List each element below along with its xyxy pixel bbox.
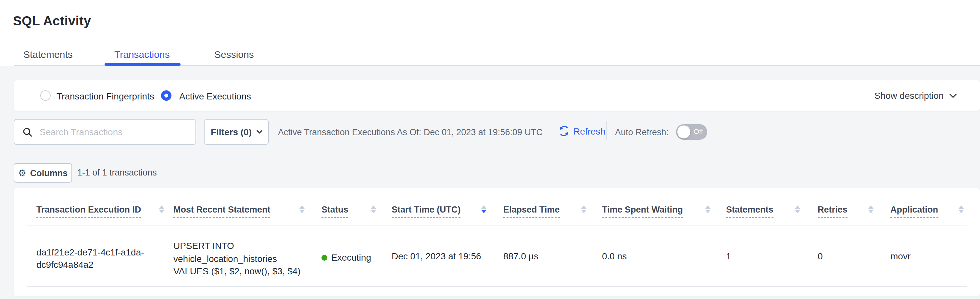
- sort-icon-most-recent-statement[interactable]: [299, 205, 305, 213]
- filters-button[interactable]: Filters (0): [204, 119, 269, 145]
- toggle-state-label: Off: [694, 127, 703, 135]
- col-header-time-spent-waiting[interactable]: Time Spent Waiting: [602, 205, 683, 218]
- refresh-label: Refresh: [573, 126, 605, 136]
- col-header-most-recent-statement[interactable]: Most Recent Statement: [173, 205, 270, 218]
- radio-active-executions[interactable]: [161, 90, 172, 101]
- status-executing-icon: [321, 254, 327, 260]
- chevron-down-icon: [256, 130, 262, 134]
- cell-transaction-execution-id[interactable]: da1f21e2-de71-4c1f-a1da-dc9fc94a84a2: [37, 246, 166, 271]
- show-description-label: Show description: [875, 90, 943, 101]
- result-count: 1-1 of 1 transactions: [77, 168, 157, 177]
- tab-statements[interactable]: Statements: [23, 49, 73, 60]
- cell-application: movr: [890, 251, 910, 261]
- header-bottom-border: [27, 225, 967, 226]
- chevron-down-icon: [950, 93, 957, 98]
- view-toggle-card: Transaction Fingerprints Active Executio…: [14, 80, 980, 111]
- toggle-knob: [677, 125, 690, 138]
- sort-icon-start-time[interactable]: [480, 205, 487, 213]
- filters-label: Filters (0): [211, 127, 251, 137]
- sql-activity-page: SQL Activity Statements Transactions Ses…: [0, 0, 980, 299]
- sort-icon-time-spent-waiting[interactable]: [705, 205, 711, 213]
- active-tab-underline: [105, 63, 181, 66]
- refresh-button[interactable]: Refresh: [558, 125, 605, 136]
- sort-icon-statements[interactable]: [794, 205, 800, 213]
- sort-icon-retries[interactable]: [868, 205, 873, 213]
- cell-elapsed-time: 887.0 µs: [503, 251, 538, 261]
- radio-label-active-executions[interactable]: Active Executions: [179, 91, 251, 101]
- row-bottom-border: [27, 286, 967, 287]
- refresh-icon: [558, 125, 570, 136]
- cell-retries: 0: [818, 251, 823, 261]
- search-box[interactable]: [14, 119, 196, 145]
- toolbar-divider: [606, 121, 606, 141]
- gear-icon: ⚙: [18, 168, 26, 177]
- status-label: Executing: [331, 252, 371, 262]
- radio-label-transaction-fingerprints[interactable]: Transaction Fingerprints: [57, 91, 154, 101]
- search-input[interactable]: [38, 126, 196, 138]
- search-icon: [23, 127, 32, 137]
- transactions-table-card: [14, 188, 980, 296]
- auto-refresh-toggle[interactable]: Off: [676, 124, 707, 140]
- columns-button[interactable]: ⚙ Columns: [14, 163, 72, 183]
- col-header-start-time[interactable]: Start Time (UTC): [391, 205, 461, 218]
- tab-transactions[interactable]: Transactions: [114, 49, 170, 60]
- sort-icon-status[interactable]: [370, 205, 376, 213]
- radio-transaction-fingerprints[interactable]: [40, 90, 51, 101]
- cell-most-recent-statement: UPSERT INTO vehicle_location_histories V…: [173, 240, 307, 278]
- columns-button-label: Columns: [30, 168, 68, 178]
- sort-icon-elapsed-time[interactable]: [581, 205, 587, 213]
- cell-time-spent-waiting: 0.0 ns: [602, 251, 627, 261]
- col-header-statements[interactable]: Statements: [726, 205, 773, 218]
- as-of-timestamp: Active Transaction Executions As Of: Dec…: [278, 127, 542, 137]
- col-header-application[interactable]: Application: [890, 205, 938, 218]
- col-header-elapsed-time[interactable]: Elapsed Time: [503, 205, 560, 218]
- col-header-status[interactable]: Status: [321, 205, 348, 218]
- cell-start-time: Dec 01, 2023 at 19:56: [391, 251, 481, 261]
- sort-icon-application[interactable]: [958, 205, 964, 213]
- auto-refresh-label: Auto Refresh:: [615, 127, 668, 137]
- page-title: SQL Activity: [13, 14, 91, 29]
- tab-sessions[interactable]: Sessions: [214, 49, 254, 60]
- col-header-transaction-execution-id[interactable]: Transaction Execution ID: [37, 205, 141, 218]
- cell-status: Executing: [321, 252, 371, 262]
- col-header-retries[interactable]: Retries: [818, 205, 848, 218]
- show-description-toggle[interactable]: Show description: [875, 90, 957, 101]
- cell-statements: 1: [726, 251, 731, 261]
- sort-icon-transaction-execution-id[interactable]: [159, 205, 164, 213]
